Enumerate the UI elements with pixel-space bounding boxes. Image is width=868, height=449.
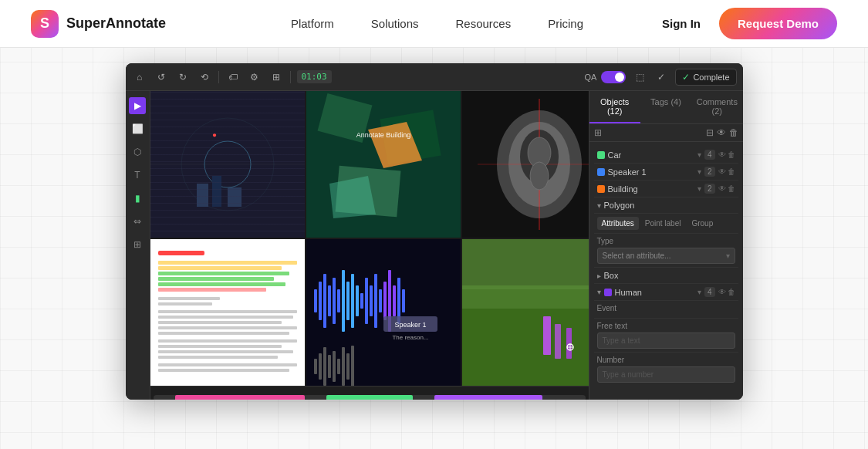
panel-filter-icon[interactable]: ⊟ <box>706 127 714 138</box>
qa-toggle-area: QA <box>585 71 627 83</box>
tool-arrows[interactable]: ⇔ <box>129 213 146 230</box>
subtab-group[interactable]: Group <box>687 217 718 230</box>
building-eye-icon[interactable]: 👁 <box>718 184 726 193</box>
objects-list: Car ▾ 4 👁 🗑 Speaker 1 ▾ 2 <box>589 142 743 400</box>
toolbar-action-2[interactable]: ✓ <box>654 69 669 85</box>
svg-rect-82 <box>555 324 561 359</box>
event-row: Event <box>594 301 738 319</box>
toolbar-action-1[interactable]: ⬚ <box>632 69 647 85</box>
panel-eye-icon[interactable]: 👁 <box>717 127 726 138</box>
type-select-arrow: ▾ <box>726 252 730 260</box>
tool-text[interactable]: T <box>129 167 146 184</box>
svg-rect-68 <box>328 355 331 378</box>
speaker-eye-icon[interactable]: 👁 <box>718 167 726 176</box>
view-icon[interactable]: ⊞ <box>269 69 284 85</box>
reset-icon[interactable]: ⟲ <box>197 69 212 85</box>
toolbar-divider-1 <box>218 71 219 83</box>
nav-resources[interactable]: Resources <box>456 17 512 30</box>
nav-platform[interactable]: Platform <box>291 17 334 30</box>
human-badge-chevron: ▾ <box>697 288 701 296</box>
timeline-track[interactable] <box>154 395 586 400</box>
sign-in-button[interactable]: Sign In <box>662 17 701 30</box>
settings-icon[interactable]: ⚙ <box>247 69 262 85</box>
panel-trash-icon[interactable]: 🗑 <box>729 127 738 138</box>
svg-rect-80 <box>462 239 589 289</box>
car-eye-icon[interactable]: 👁 <box>718 150 726 159</box>
polygon-section-header[interactable]: ▾ Polygon <box>594 197 738 214</box>
svg-rect-72 <box>346 353 350 380</box>
number-input[interactable]: Type a number <box>597 366 735 383</box>
home-icon[interactable]: ⌂ <box>132 69 147 85</box>
svg-rect-55 <box>360 293 363 309</box>
svg-rect-70 <box>337 359 340 374</box>
tool-grid[interactable]: ⊞ <box>129 236 146 253</box>
human-chevron-icon: ▾ <box>597 288 601 296</box>
type-select[interactable]: Select an attribute... ▾ <box>597 248 735 264</box>
svg-rect-40 <box>158 350 293 353</box>
tool-select[interactable]: ⬜ <box>129 120 146 137</box>
object-item-building[interactable]: Building ▾ 2 👁 🗑 <box>594 181 738 197</box>
speaker-trash-icon[interactable]: 🗑 <box>728 167 735 176</box>
human-trash-icon[interactable]: 🗑 <box>728 288 735 296</box>
tool-play[interactable]: ▶ <box>129 97 146 114</box>
label-icon[interactable]: 🏷 <box>225 69 241 85</box>
timeline-segment-green <box>326 395 413 400</box>
human-actions: 👁 🗑 <box>718 288 735 296</box>
object-item-speaker[interactable]: Speaker 1 ▾ 2 👁 🗑 <box>594 164 738 181</box>
svg-rect-46 <box>319 282 322 320</box>
free-text-input[interactable]: Type a text <box>597 333 735 349</box>
box-label: Box <box>604 271 735 280</box>
svg-rect-83 <box>566 328 572 359</box>
image-grid: ● Annotate Building <box>150 91 589 386</box>
subtab-point-label[interactable]: Point label <box>640 217 686 230</box>
qa-toggle[interactable] <box>601 71 626 83</box>
tab-tags[interactable]: Tags (4) <box>640 91 691 123</box>
nav-solutions[interactable]: Solutions <box>371 17 419 30</box>
qa-label: QA <box>585 73 597 82</box>
svg-rect-64 <box>402 289 405 312</box>
svg-text:Speaker 1: Speaker 1 <box>394 321 426 329</box>
canvas-area[interactable]: ● Annotate Building <box>150 91 589 400</box>
panel-group-icon[interactable]: ⊞ <box>594 127 602 138</box>
box-item[interactable]: ▸ Box <box>594 268 738 284</box>
tab-comments[interactable]: Comments (2) <box>691 91 742 123</box>
polygon-section-label: Polygon <box>604 201 635 210</box>
svg-rect-36 <box>158 326 297 329</box>
svg-rect-5 <box>212 176 221 207</box>
type-field-label: Type <box>597 237 735 245</box>
timeline-bar <box>150 386 589 400</box>
subtab-attributes[interactable]: Attributes <box>597 217 639 230</box>
main-content: ‹ ⌂ ↺ ↻ ⟲ 🏷 ⚙ ⊞ 01:03 QA ⬚ ✓ ✓ Complete <box>0 48 868 400</box>
panel-toolbar: ⊞ ⊟ 👁 🗑 <box>589 124 743 142</box>
nav-pricing[interactable]: Pricing <box>548 17 583 30</box>
svg-rect-58 <box>374 274 377 328</box>
redo-icon[interactable]: ↻ <box>175 69 191 85</box>
human-eye-icon[interactable]: 👁 <box>718 288 726 296</box>
brand-name: SuperAnnotate <box>66 15 166 32</box>
complete-badge[interactable]: ✓ Complete <box>675 69 736 86</box>
tab-objects[interactable]: Objects (12) <box>589 91 640 123</box>
svg-rect-62 <box>393 285 396 316</box>
building-chevron: ▾ <box>697 184 701 193</box>
nav-actions: Sign In Request Demo <box>662 8 837 39</box>
building-trash-icon[interactable]: 🗑 <box>728 184 735 193</box>
svg-rect-42 <box>158 363 297 366</box>
object-name-speaker: Speaker 1 <box>608 167 694 177</box>
app-window: ⌂ ↺ ↻ ⟲ 🏷 ⚙ ⊞ 01:03 QA ⬚ ✓ ✓ Complete <box>126 63 743 400</box>
request-demo-button[interactable]: Request Demo <box>719 8 837 39</box>
car-trash-icon[interactable]: 🗑 <box>728 150 735 159</box>
object-item-car[interactable]: Car ▾ 4 👁 🗑 <box>594 147 738 164</box>
svg-rect-24 <box>158 251 204 255</box>
undo-icon[interactable]: ↺ <box>154 69 169 85</box>
box-chevron-icon: ▸ <box>597 272 601 280</box>
svg-rect-67 <box>323 347 326 386</box>
logo-area[interactable]: S SuperAnnotate <box>31 10 166 38</box>
tool-polygon[interactable]: ⬡ <box>129 143 146 160</box>
image-field <box>462 239 589 386</box>
timer-display: 01:03 <box>297 70 332 83</box>
tool-active-green[interactable]: ▮ <box>129 190 146 207</box>
human-color-swatch <box>604 289 612 296</box>
human-item[interactable]: ▾ Human ▾ 4 👁 🗑 <box>594 284 738 301</box>
svg-rect-49 <box>333 278 336 324</box>
free-text-group: Free text Type a text <box>594 319 738 353</box>
